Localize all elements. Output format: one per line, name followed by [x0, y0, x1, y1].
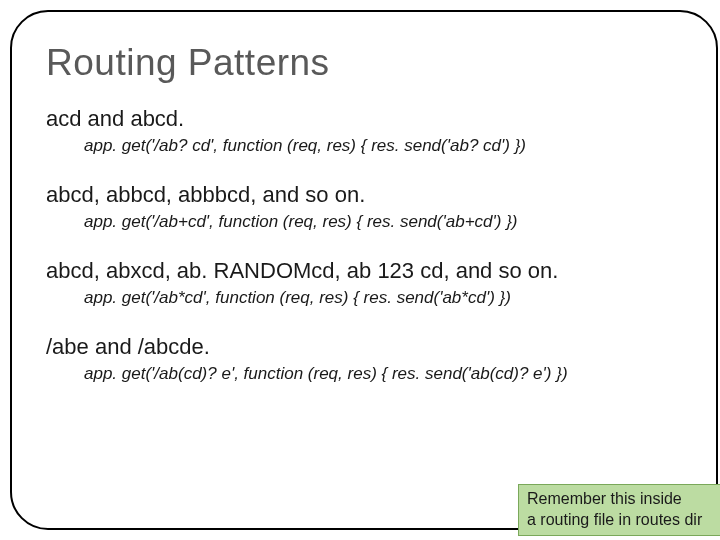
note-line: Remember this inside [527, 489, 720, 510]
slide-frame: Routing Patterns acd and abcd. app. get(… [10, 10, 718, 530]
pattern-code: app. get('/ab? cd', function (req, res) … [46, 136, 682, 156]
reminder-note: Remember this inside a routing file in r… [518, 484, 720, 536]
pattern-desc: /abe and /abcde. [46, 334, 682, 360]
pattern-section: /abe and /abcde. app. get('/ab(cd)? e', … [46, 334, 682, 384]
note-line: a routing file in routes dir [527, 510, 720, 531]
pattern-section: abcd, abxcd, ab. RANDOMcd, ab 123 cd, an… [46, 258, 682, 308]
pattern-code: app. get('/ab*cd', function (req, res) {… [46, 288, 682, 308]
pattern-code: app. get('/ab+cd', function (req, res) {… [46, 212, 682, 232]
pattern-section: abcd, abbcd, abbbcd, and so on. app. get… [46, 182, 682, 232]
pattern-code: app. get('/ab(cd)? e', function (req, re… [46, 364, 682, 384]
pattern-section: acd and abcd. app. get('/ab? cd', functi… [46, 106, 682, 156]
pattern-desc: abcd, abbcd, abbbcd, and so on. [46, 182, 682, 208]
pattern-desc: acd and abcd. [46, 106, 682, 132]
slide-title: Routing Patterns [46, 42, 682, 84]
pattern-desc: abcd, abxcd, ab. RANDOMcd, ab 123 cd, an… [46, 258, 682, 284]
